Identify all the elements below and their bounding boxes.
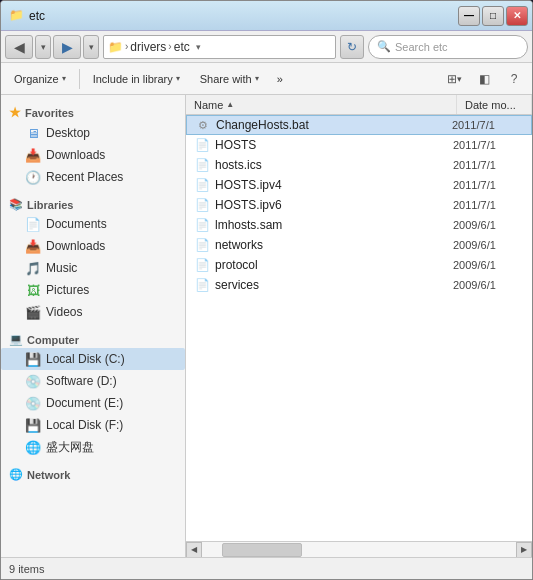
sidebar-item-recent-places[interactable]: 🕐 Recent Places xyxy=(1,166,185,188)
back-button[interactable]: ◀ xyxy=(5,35,33,59)
preview-icon: ◧ xyxy=(479,72,490,86)
help-button[interactable]: ? xyxy=(500,67,528,91)
sidebar-item-local-disk-c[interactable]: 💾 Local Disk (C:) xyxy=(1,348,185,370)
table-row[interactable]: 📄 hosts.ics 2011/7/1 xyxy=(186,155,532,175)
back-dropdown[interactable]: ▾ xyxy=(35,35,51,59)
left-pane: ★ Favorites 🖥 Desktop 📥 Downloads 🕐 Rece… xyxy=(1,95,186,557)
forward-dropdown[interactable]: ▾ xyxy=(83,35,99,59)
toolbar-sep-1 xyxy=(79,69,80,89)
file-list: ⚙ ChangeHosts.bat 2011/7/1 📄 HOSTS 2011/… xyxy=(186,115,532,541)
table-row[interactable]: 📄 networks 2009/6/1 xyxy=(186,235,532,255)
computer-header[interactable]: 💻 Computer xyxy=(1,327,185,348)
sidebar-item-shengda[interactable]: 🌐 盛大网盘 xyxy=(1,436,185,458)
file-name-cell: 📄 services xyxy=(190,277,453,293)
horizontal-scrollbar[interactable]: ◀ ▶ xyxy=(186,541,532,557)
pictures-icon: 🖼 xyxy=(25,282,41,298)
sidebar-item-local-disk-f[interactable]: 💾 Local Disk (F:) xyxy=(1,414,185,436)
sidebar-item-downloads-fav[interactable]: 📥 Downloads xyxy=(1,144,185,166)
path-dropdown[interactable]: ▾ xyxy=(192,37,206,57)
sidebar-item-downloads-lib[interactable]: 📥 Downloads xyxy=(1,235,185,257)
software-d-label: Software (D:) xyxy=(46,374,117,388)
scroll-left-button[interactable]: ◀ xyxy=(186,542,202,558)
include-in-library-button[interactable]: Include in library ▾ xyxy=(84,67,189,91)
table-row[interactable]: 📄 protocol 2009/6/1 xyxy=(186,255,532,275)
file-name-cell: 📄 HOSTS.ipv6 xyxy=(190,197,453,213)
file-date: 2009/6/1 xyxy=(453,259,528,271)
column-headers: Name ▲ Date mo... xyxy=(186,95,532,115)
status-bar: 9 items xyxy=(1,557,532,579)
libraries-label: Libraries xyxy=(27,199,73,211)
sidebar-item-documents[interactable]: 📄 Documents xyxy=(1,213,185,235)
maximize-button[interactable]: □ xyxy=(482,6,504,26)
file-name: hosts.ics xyxy=(215,158,262,172)
view-toggle-button[interactable]: ⊞ ▾ xyxy=(440,67,468,91)
forward-button[interactable]: ▶ xyxy=(53,35,81,59)
music-icon: 🎵 xyxy=(25,260,41,276)
table-row[interactable]: 📄 HOSTS.ipv4 2011/7/1 xyxy=(186,175,532,195)
organize-button[interactable]: Organize ▾ xyxy=(5,67,75,91)
file-name-cell: 📄 HOSTS.ipv4 xyxy=(190,177,453,193)
more-label: » xyxy=(277,73,283,85)
name-column-header[interactable]: Name ▲ xyxy=(186,95,457,114)
title-bar: 📁 etc — □ ✕ xyxy=(1,1,532,31)
share-with-button[interactable]: Share with ▾ xyxy=(191,67,268,91)
toolbar: Organize ▾ Include in library ▾ Share wi… xyxy=(1,63,532,95)
downloads-lib-label: Downloads xyxy=(46,239,105,253)
path-etc[interactable]: etc xyxy=(174,40,190,54)
search-box[interactable]: 🔍 Search etc xyxy=(368,35,528,59)
path-sep-2: › xyxy=(168,41,171,52)
network-header[interactable]: 🌐 Network xyxy=(1,462,185,483)
include-arrow: ▾ xyxy=(176,74,180,83)
local-disk-c-label: Local Disk (C:) xyxy=(46,352,125,366)
sidebar-item-document-e[interactable]: 💿 Document (E:) xyxy=(1,392,185,414)
close-button[interactable]: ✕ xyxy=(506,6,528,26)
sidebar-item-desktop[interactable]: 🖥 Desktop xyxy=(1,122,185,144)
favorites-label: Favorites xyxy=(25,107,74,119)
libraries-icon: 📚 xyxy=(9,198,23,211)
documents-icon: 📄 xyxy=(25,216,41,232)
documents-label: Documents xyxy=(46,217,107,231)
file-name-cell: 📄 lmhosts.sam xyxy=(190,217,453,233)
file-date: 2009/6/1 xyxy=(453,219,528,231)
table-row[interactable]: 📄 HOSTS 2011/7/1 xyxy=(186,135,532,155)
minimize-button[interactable]: — xyxy=(458,6,480,26)
path-icon: 📁 xyxy=(108,40,123,54)
downloads-lib-icon: 📥 xyxy=(25,238,41,254)
network-icon: 🌐 xyxy=(9,468,23,481)
more-button[interactable]: » xyxy=(270,67,290,91)
table-row[interactable]: ⚙ ChangeHosts.bat 2011/7/1 xyxy=(186,115,532,135)
table-row[interactable]: 📄 services 2009/6/1 xyxy=(186,275,532,295)
scroll-thumb[interactable] xyxy=(222,543,302,557)
videos-label: Videos xyxy=(46,305,82,319)
file-date: 2009/6/1 xyxy=(453,279,528,291)
sidebar-item-software-d[interactable]: 💿 Software (D:) xyxy=(1,370,185,392)
downloads-fav-icon: 📥 xyxy=(25,147,41,163)
nav-buttons: ◀ ▾ ▶ ▾ xyxy=(5,35,99,59)
file-name: protocol xyxy=(215,258,258,272)
local-disk-c-icon: 💾 xyxy=(25,351,41,367)
txt-file-icon: 📄 xyxy=(194,257,210,273)
sidebar-item-videos[interactable]: 🎬 Videos xyxy=(1,301,185,323)
scroll-right-button[interactable]: ▶ xyxy=(516,542,532,558)
preview-pane-button[interactable]: ◧ xyxy=(470,67,498,91)
file-date: 2011/7/1 xyxy=(453,159,528,171)
refresh-button[interactable]: ↻ xyxy=(340,35,364,59)
sidebar-item-music[interactable]: 🎵 Music xyxy=(1,257,185,279)
txt-file-icon: 📄 xyxy=(194,177,210,193)
libraries-header[interactable]: 📚 Libraries xyxy=(1,192,185,213)
scroll-track[interactable] xyxy=(202,542,516,558)
address-path[interactable]: 📁 › drivers › etc ▾ xyxy=(103,35,336,59)
sidebar-item-pictures[interactable]: 🖼 Pictures xyxy=(1,279,185,301)
file-name: HOSTS.ipv6 xyxy=(215,198,282,212)
table-row[interactable]: 📄 lmhosts.sam 2009/6/1 xyxy=(186,215,532,235)
favorites-header[interactable]: ★ Favorites xyxy=(1,99,185,122)
main-content: ★ Favorites 🖥 Desktop 📥 Downloads 🕐 Rece… xyxy=(1,95,532,557)
window-icon: 📁 xyxy=(9,8,25,24)
bat-file-icon: ⚙ xyxy=(195,117,211,133)
path-drivers[interactable]: drivers xyxy=(130,40,166,54)
file-name: HOSTS xyxy=(215,138,256,152)
date-column-header[interactable]: Date mo... xyxy=(457,95,532,114)
sort-arrow: ▲ xyxy=(226,100,234,109)
table-row[interactable]: 📄 HOSTS.ipv6 2011/7/1 xyxy=(186,195,532,215)
txt-file-icon: 📄 xyxy=(194,277,210,293)
